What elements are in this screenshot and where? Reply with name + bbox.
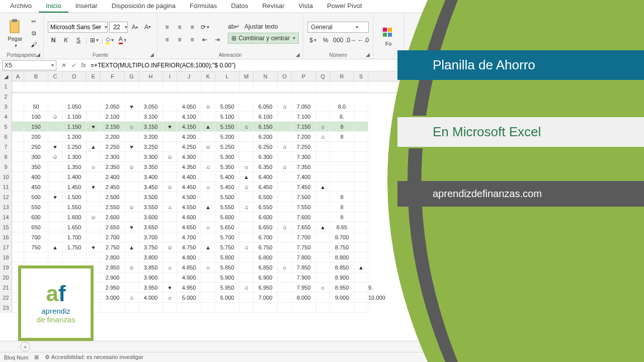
cell[interactable]: ☺	[163, 242, 177, 252]
cell[interactable]	[201, 252, 215, 262]
cell[interactable]: 10.000	[368, 293, 386, 303]
cell[interactable]: ▲	[201, 122, 215, 132]
col-header-K[interactable]: K	[201, 71, 215, 81]
cell[interactable]: 350	[24, 162, 48, 172]
row-header-5[interactable]: 5	[0, 122, 12, 132]
cell[interactable]	[48, 132, 62, 142]
cell[interactable]	[48, 81, 62, 92]
cell[interactable]	[215, 303, 239, 313]
row-header-8[interactable]: 8	[0, 152, 12, 162]
col-header-J[interactable]: J	[177, 71, 201, 81]
cell[interactable]: 1.650	[62, 222, 87, 232]
cell[interactable]	[239, 132, 254, 142]
cell[interactable]: 6.200	[254, 132, 278, 142]
cell[interactable]: ▲	[316, 222, 330, 232]
cell[interactable]	[278, 212, 292, 222]
decrease-decimal-button[interactable]: ←.0	[358, 35, 369, 45]
cell[interactable]	[62, 81, 87, 92]
cell[interactable]: 8.900	[330, 273, 354, 283]
cell[interactable]: 1.300	[62, 152, 87, 162]
cell[interactable]	[62, 252, 87, 262]
cell[interactable]	[12, 222, 24, 232]
cell[interactable]: 3.700	[139, 232, 163, 242]
cell[interactable]: 750	[24, 242, 48, 252]
cell[interactable]: 7.850	[292, 262, 316, 273]
cell[interactable]: ♫	[239, 242, 254, 252]
cell[interactable]: 8.800	[330, 252, 354, 262]
cell[interactable]: 2.950	[101, 283, 125, 293]
cell[interactable]: ♫	[278, 222, 292, 232]
cell[interactable]	[48, 252, 62, 262]
cell[interactable]: 6.300	[254, 152, 278, 162]
cell[interactable]	[12, 152, 24, 162]
cell[interactable]: 4.200	[177, 132, 201, 142]
cell[interactable]: 7.300	[292, 152, 316, 162]
cell[interactable]	[201, 152, 215, 162]
cell[interactable]	[48, 232, 62, 242]
cell[interactable]	[354, 212, 368, 222]
font-color-button[interactable]: A▾	[117, 35, 128, 45]
cell[interactable]	[163, 192, 177, 202]
cell[interactable]: ☼	[163, 293, 177, 303]
cell[interactable]: 6.400	[254, 172, 278, 182]
cell[interactable]: 7.100	[292, 112, 316, 122]
row-header-22[interactable]: 22	[0, 293, 12, 303]
cell[interactable]: 4.700	[177, 232, 201, 242]
cell[interactable]	[139, 81, 163, 92]
cell[interactable]: ☺	[87, 212, 101, 222]
cell[interactable]: 1.050	[62, 102, 87, 112]
cancel-formula-button[interactable]: ✕	[58, 62, 68, 69]
cell[interactable]: 6.500	[254, 192, 278, 202]
cell[interactable]	[330, 182, 354, 192]
tab-disposición-de-página[interactable]: Disposición de página	[105, 0, 183, 13]
border-button[interactable]: ⊞▾	[89, 35, 100, 45]
thousands-button[interactable]: 000	[333, 35, 344, 45]
cell[interactable]	[330, 81, 354, 92]
cell[interactable]: 3.750	[139, 242, 163, 252]
cell[interactable]	[239, 102, 254, 112]
cell[interactable]: 1.450	[62, 182, 87, 192]
cell[interactable]	[316, 202, 330, 212]
cell[interactable]: ☺	[163, 152, 177, 162]
indent-decrease-button[interactable]: ⇤	[199, 35, 210, 45]
increase-font-button[interactable]: A▴	[129, 22, 140, 32]
cell[interactable]	[125, 152, 139, 162]
alignment-launcher[interactable]: ◢	[296, 52, 302, 58]
add-sheet-button[interactable]: +	[20, 342, 30, 352]
indent-increase-button[interactable]: ⇥	[212, 35, 223, 45]
cell[interactable]: 3.150	[139, 122, 163, 132]
cell[interactable]: 6.800	[254, 252, 278, 262]
cell[interactable]: 7.900	[292, 273, 316, 283]
cell[interactable]: 4.100	[177, 112, 201, 122]
cell[interactable]	[125, 182, 139, 192]
cell[interactable]: ☼	[239, 162, 254, 172]
cell[interactable]: ▲	[125, 242, 139, 252]
cell[interactable]	[48, 172, 62, 182]
cell[interactable]: 6.250	[254, 142, 278, 152]
cell[interactable]	[125, 283, 139, 293]
cell[interactable]: 450	[24, 182, 48, 192]
col-header-N[interactable]: N	[254, 71, 278, 81]
cell[interactable]	[354, 252, 368, 262]
cell[interactable]	[278, 202, 292, 212]
cell[interactable]	[354, 162, 368, 172]
cell[interactable]: 5.050	[215, 102, 239, 112]
cell[interactable]: 2.450	[101, 182, 125, 192]
cell[interactable]: 6.700	[254, 232, 278, 242]
align-right-button[interactable]: ≡	[187, 35, 198, 45]
cell[interactable]: 8.	[330, 112, 354, 122]
cell[interactable]: ♥	[87, 182, 101, 192]
cell[interactable]	[316, 242, 330, 252]
cell[interactable]	[354, 122, 368, 132]
row-header-1[interactable]: 1	[0, 81, 12, 92]
cell[interactable]	[163, 102, 177, 112]
cell[interactable]	[125, 192, 139, 202]
cell[interactable]	[12, 202, 24, 212]
col-header-G[interactable]: G	[125, 71, 139, 81]
grid-body[interactable]: 123501.0502.050♥3.0504.050☺5.0506.050♫7.…	[0, 81, 644, 313]
decrease-font-button[interactable]: A▾	[142, 22, 153, 32]
cell[interactable]: 5.950	[215, 283, 239, 293]
cell[interactable]	[48, 122, 62, 132]
number-format-select[interactable]: General▾	[307, 22, 369, 33]
cell[interactable]: ☺	[125, 202, 139, 212]
